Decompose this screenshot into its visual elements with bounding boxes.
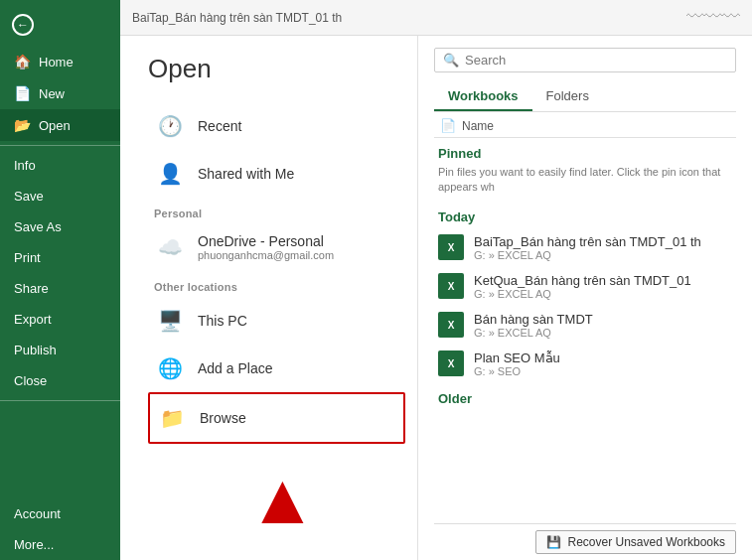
sidebar-item-share[interactable]: Share	[0, 273, 120, 304]
onedrive-label: OneDrive - Personal	[198, 233, 334, 249]
file-item-0[interactable]: X BaiTap_Bán hàng trên sàn TMDT_01 th G:…	[434, 228, 736, 267]
addplace-label: Add a Place	[198, 360, 273, 376]
sidebar-bottom: Account More...	[0, 498, 120, 560]
addplace-location[interactable]: 🌐 Add a Place	[148, 345, 405, 392]
addplace-icon: 🌐	[154, 352, 186, 384]
browse-location[interactable]: 📁 Browse	[148, 392, 405, 444]
topbar-filename: BaiTap_Bán hàng trên sàn TMDT_01 th	[132, 11, 342, 25]
onedrive-sub: phuonganhcma@gmail.com	[198, 249, 334, 261]
sidebar-item-close-label: Close	[14, 373, 47, 388]
file-name-3: Plan SEO Mẫu	[474, 350, 560, 365]
sidebar-item-share-label: Share	[14, 281, 49, 296]
sidebar-item-open-label: Open	[39, 118, 71, 133]
file-item-3[interactable]: X Plan SEO Mẫu G: » SEO	[434, 345, 736, 383]
sidebar-item-home-label: Home	[39, 55, 74, 70]
up-arrow-icon: ▲	[247, 460, 318, 538]
tab-folders[interactable]: Folders	[532, 82, 603, 111]
tabs-row: Workbooks Folders	[434, 82, 736, 112]
sidebar-item-new-label: New	[39, 86, 65, 101]
sidebar-item-print-label: Print	[14, 250, 41, 265]
sidebar-item-account-label: Account	[14, 506, 61, 521]
browse-icon: 📁	[156, 402, 188, 434]
section-other-label: Other locations	[148, 271, 417, 297]
search-input[interactable]	[465, 53, 727, 68]
browse-label: Browse	[200, 410, 246, 426]
sidebar-item-more[interactable]: More...	[0, 529, 120, 560]
sidebar-item-save-label: Save	[14, 189, 44, 204]
sidebar-item-more-label: More...	[14, 537, 54, 552]
recent-location[interactable]: 🕐 Recent	[148, 102, 405, 150]
xls-icon-1: X	[438, 273, 464, 299]
recover-icon: 💾	[546, 535, 561, 549]
sidebar-item-export-label: Export	[14, 312, 52, 327]
older-placeholder	[434, 410, 736, 440]
content-area: Open 🕐 Recent 👤 Shared with Me Personal …	[120, 36, 752, 560]
recent-label: Recent	[198, 118, 241, 134]
recover-label: Recover Unsaved Workbooks	[567, 535, 725, 549]
sidebar-item-open[interactable]: 📂 Open	[0, 109, 120, 141]
file-name-1: KetQua_Bán hàng trên sàn TMDT_01	[474, 273, 691, 288]
sidebar-item-publish-label: Publish	[14, 343, 57, 357]
section-personal-label: Personal	[148, 198, 417, 223]
file-name-2: Bán hàng sàn TMDT	[474, 312, 593, 327]
sidebar-item-info-label: Info	[14, 158, 36, 173]
search-bar: 🔍	[434, 48, 736, 72]
divider-1	[0, 145, 120, 146]
new-icon: 📄	[14, 85, 31, 101]
file-path-2: G: » EXCEL AQ	[474, 327, 593, 339]
back-circle-icon: ←	[12, 14, 34, 36]
sidebar-item-publish[interactable]: Publish	[0, 335, 120, 365]
onedrive-icon: ☁️	[154, 231, 186, 263]
shared-icon: 👤	[154, 158, 186, 190]
col-name-label: Name	[462, 119, 494, 133]
thispc-icon: 🖥️	[154, 305, 186, 337]
file-path-1: G: » EXCEL AQ	[474, 288, 691, 300]
sidebar-item-save[interactable]: Save	[0, 181, 120, 211]
sidebar-item-export[interactable]: Export	[0, 304, 120, 335]
sidebar-item-save-as-label: Save As	[14, 219, 62, 234]
thispc-label: This PC	[198, 313, 247, 329]
onedrive-location[interactable]: ☁️ OneDrive - Personal phuonganhcma@gmai…	[148, 223, 405, 271]
tab-workbooks[interactable]: Workbooks	[434, 82, 532, 111]
topbar: BaiTap_Bán hàng trên sàn TMDT_01 th 〰〰〰	[120, 0, 752, 36]
section-older-heading: Older	[434, 383, 736, 410]
back-button[interactable]: ←	[0, 0, 120, 46]
search-icon: 🔍	[443, 53, 459, 68]
recent-icon: 🕐	[154, 110, 186, 142]
file-list-area: Pinned Pin files you want to easily find…	[434, 138, 736, 523]
xls-icon-2: X	[438, 312, 464, 338]
file-panel: 🔍 Workbooks Folders 📄 Name Pinned	[418, 36, 752, 560]
open-panel: Open 🕐 Recent 👤 Shared with Me Personal …	[120, 36, 418, 560]
open-icon: 📂	[14, 117, 31, 133]
thispc-location[interactable]: 🖥️ This PC	[148, 297, 405, 345]
home-icon: 🏠	[14, 54, 31, 70]
shared-location[interactable]: 👤 Shared with Me	[148, 150, 405, 198]
sidebar-item-close[interactable]: Close	[0, 365, 120, 396]
recover-button[interactable]: 💾 Recover Unsaved Workbooks	[535, 530, 736, 554]
xls-icon-3: X	[438, 350, 464, 376]
divider-2	[0, 400, 120, 401]
sidebar-item-print[interactable]: Print	[0, 242, 120, 273]
shared-label: Shared with Me	[198, 166, 294, 182]
sidebar-item-account[interactable]: Account	[0, 498, 120, 529]
file-item-2[interactable]: X Bán hàng sàn TMDT G: » EXCEL AQ	[434, 306, 736, 345]
sidebar-item-info[interactable]: Info	[0, 150, 120, 181]
sidebar-item-home[interactable]: 🏠 Home	[0, 46, 120, 77]
sidebar: ← 🏠 Home 📄 New 📂 Open Info Save Save As …	[0, 0, 120, 560]
sidebar-item-save-as[interactable]: Save As	[0, 211, 120, 242]
file-name-0: BaiTap_Bán hàng trên sàn TMDT_01 th	[474, 234, 701, 249]
section-pinned-heading: Pinned	[434, 138, 736, 165]
xls-icon-0: X	[438, 234, 464, 260]
file-path-3: G: » SEO	[474, 365, 560, 377]
main-area: BaiTap_Bán hàng trên sàn TMDT_01 th 〰〰〰 …	[120, 0, 752, 560]
topbar-wave-icon: 〰〰〰	[686, 7, 740, 28]
col-header: 📄 Name	[434, 112, 736, 138]
file-item-1[interactable]: X KetQua_Bán hàng trên sàn TMDT_01 G: » …	[434, 267, 736, 306]
section-today-heading: Today	[434, 202, 736, 228]
open-title: Open	[148, 54, 417, 84]
file-col-icon: 📄	[440, 118, 456, 133]
arrow-annotation: ▲	[148, 456, 417, 538]
sidebar-item-new[interactable]: 📄 New	[0, 77, 120, 109]
bottom-bar: 💾 Recover Unsaved Workbooks	[434, 523, 736, 560]
file-path-0: G: » EXCEL AQ	[474, 249, 701, 261]
